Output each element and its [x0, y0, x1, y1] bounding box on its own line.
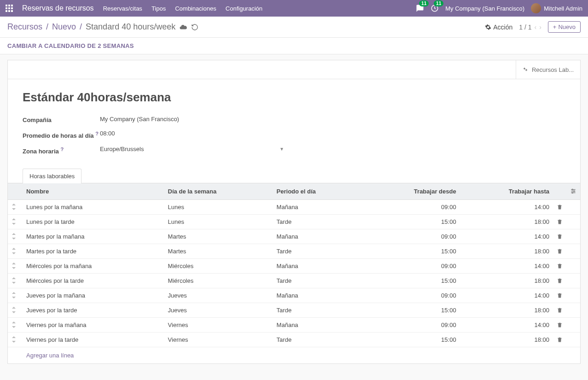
nav-configuracion[interactable]: Configuración	[226, 5, 262, 12]
cell-to[interactable]: 14:00	[460, 317, 553, 332]
cell-name[interactable]: Miércoles por la tarde	[23, 273, 164, 288]
cell-day[interactable]: Martes	[164, 229, 273, 244]
delete-row-icon[interactable]	[553, 273, 566, 288]
company-switcher[interactable]: My Company (San Francisco)	[445, 5, 524, 12]
drag-handle-icon[interactable]	[8, 317, 23, 332]
action-button[interactable]: Acción	[485, 23, 512, 31]
stat-button-resources[interactable]: Recursos Lab...	[516, 60, 580, 79]
help-icon[interactable]: ?	[60, 146, 64, 152]
cell-day[interactable]: Miércoles	[164, 258, 273, 273]
cell-from[interactable]: 15:00	[363, 273, 460, 288]
discard-icon[interactable]	[191, 23, 198, 31]
cell-name[interactable]: Martes por la tarde	[23, 244, 164, 258]
breadcrumb-new[interactable]: Nuevo	[52, 22, 76, 32]
cell-period[interactable]: Mañana	[273, 229, 364, 244]
drag-handle-icon[interactable]	[8, 288, 23, 303]
cell-from[interactable]: 15:00	[363, 244, 460, 258]
cell-from[interactable]: 09:00	[363, 199, 460, 214]
cell-day[interactable]: Miércoles	[164, 273, 273, 288]
table-row[interactable]: Miércoles por la tardeMiércolesTarde15:0…	[8, 273, 580, 288]
col-day[interactable]: Día de la semana	[164, 183, 273, 199]
table-row[interactable]: Jueves por la tardeJuevesTarde15:0018:00	[8, 303, 580, 317]
cell-from[interactable]: 15:00	[363, 303, 460, 317]
cell-name[interactable]: Lunes por la tarde	[23, 214, 164, 229]
messages-icon[interactable]: 11	[416, 4, 424, 12]
table-row[interactable]: Lunes por la mañanaLunesMañana09:0014:00	[8, 199, 580, 214]
breadcrumb-root[interactable]: Recursos	[7, 22, 42, 32]
delete-row-icon[interactable]	[553, 303, 566, 317]
cell-period[interactable]: Mañana	[273, 199, 364, 214]
cell-period[interactable]: Tarde	[273, 214, 364, 229]
page-title[interactable]: Estándar 40horas/semana	[23, 90, 565, 105]
cell-to[interactable]: 14:00	[460, 258, 553, 273]
cell-period[interactable]: Mañana	[273, 288, 364, 303]
cell-from[interactable]: 09:00	[363, 317, 460, 332]
cell-from[interactable]: 09:00	[363, 229, 460, 244]
cell-period[interactable]: Mañana	[273, 317, 364, 332]
delete-row-icon[interactable]	[553, 332, 566, 347]
table-row[interactable]: Viernes por la tardeViernesTarde15:0018:…	[8, 332, 580, 347]
drag-handle-icon[interactable]	[8, 258, 23, 273]
table-row[interactable]: Martes por la mañanaMartesMañana09:0014:…	[8, 229, 580, 244]
app-title[interactable]: Reservas de recursos	[22, 4, 94, 12]
cell-day[interactable]: Lunes	[164, 214, 273, 229]
table-row[interactable]: Miércoles por la mañanaMiércolesMañana09…	[8, 258, 580, 273]
add-line-button[interactable]: Agregar una línea	[8, 347, 580, 363]
cell-name[interactable]: Lunes por la mañana	[23, 199, 164, 214]
drag-handle-icon[interactable]	[8, 199, 23, 214]
cell-name[interactable]: Jueves por la tarde	[23, 303, 164, 317]
apps-icon[interactable]	[6, 5, 13, 12]
cloud-save-icon[interactable]	[179, 23, 187, 31]
cell-name[interactable]: Viernes por la tarde	[23, 332, 164, 347]
nav-reservas[interactable]: Reservas/citas	[103, 5, 142, 12]
table-row[interactable]: Jueves por la mañanaJuevesMañana09:0014:…	[8, 288, 580, 303]
help-icon[interactable]: ?	[95, 131, 99, 136]
table-row[interactable]: Martes por la tardeMartesTarde15:0018:00	[8, 244, 580, 258]
cell-period[interactable]: Tarde	[273, 273, 364, 288]
drag-handle-icon[interactable]	[8, 214, 23, 229]
new-button[interactable]: + Nuevo	[548, 21, 581, 33]
field-avg-hours[interactable]: 08:00	[100, 130, 565, 137]
col-from[interactable]: Trabajar desde	[363, 183, 460, 199]
cell-from[interactable]: 09:00	[363, 288, 460, 303]
cell-to[interactable]: 14:00	[460, 288, 553, 303]
delete-row-icon[interactable]	[553, 199, 566, 214]
drag-handle-icon[interactable]	[8, 303, 23, 317]
cell-day[interactable]: Viernes	[164, 332, 273, 347]
pager-prev[interactable]: ‹	[534, 23, 536, 31]
pager-next[interactable]: ›	[539, 23, 541, 31]
cell-day[interactable]: Martes	[164, 244, 273, 258]
cell-to[interactable]: 18:00	[460, 244, 553, 258]
drag-handle-icon[interactable]	[8, 273, 23, 288]
cell-to[interactable]: 18:00	[460, 273, 553, 288]
cell-day[interactable]: Jueves	[164, 288, 273, 303]
cell-name[interactable]: Martes por la mañana	[23, 229, 164, 244]
delete-row-icon[interactable]	[553, 214, 566, 229]
delete-row-icon[interactable]	[553, 258, 566, 273]
col-period[interactable]: Periodo el día	[273, 183, 364, 199]
cell-to[interactable]: 14:00	[460, 199, 553, 214]
col-name[interactable]: Nombre	[23, 183, 164, 199]
cell-name[interactable]: Jueves por la mañana	[23, 288, 164, 303]
cell-to[interactable]: 14:00	[460, 229, 553, 244]
cell-period[interactable]: Tarde	[273, 332, 364, 347]
col-to[interactable]: Trabajar hasta	[460, 183, 553, 199]
tab-working-hours[interactable]: Horas laborables	[23, 169, 82, 183]
table-row[interactable]: Viernes por la mañanaViernesMañana09:001…	[8, 317, 580, 332]
cell-from[interactable]: 09:00	[363, 258, 460, 273]
delete-row-icon[interactable]	[553, 244, 566, 258]
cell-period[interactable]: Mañana	[273, 258, 364, 273]
cell-name[interactable]: Miércoles por la mañana	[23, 258, 164, 273]
cell-to[interactable]: 18:00	[460, 214, 553, 229]
table-row[interactable]: Lunes por la tardeLunesTarde15:0018:00	[8, 214, 580, 229]
drag-handle-icon[interactable]	[8, 229, 23, 244]
user-menu[interactable]: Mitchell Admin	[531, 3, 582, 13]
cell-period[interactable]: Tarde	[273, 244, 364, 258]
cell-day[interactable]: Lunes	[164, 199, 273, 214]
drag-handle-icon[interactable]	[8, 332, 23, 347]
switch-calendar-button[interactable]: CAMBIAR A CALENDARIO DE 2 SEMANAS	[7, 42, 134, 49]
cell-day[interactable]: Jueves	[164, 303, 273, 317]
cell-to[interactable]: 18:00	[460, 303, 553, 317]
drag-handle-icon[interactable]	[8, 244, 23, 258]
nav-tipos[interactable]: Tipos	[151, 5, 166, 12]
